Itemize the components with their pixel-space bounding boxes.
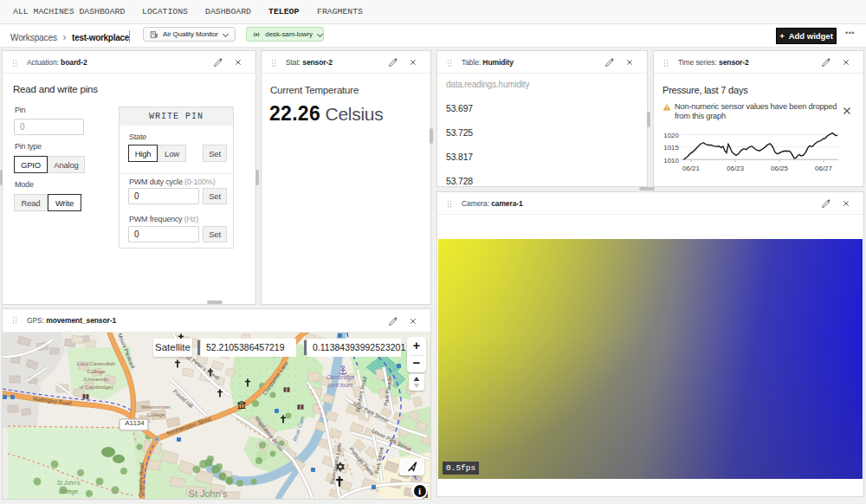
svg-text:of Cambridge): of Cambridge) (79, 384, 113, 390)
svg-text:College: College (147, 411, 166, 417)
svg-text:Lucy Cavendish: Lucy Cavendish (77, 360, 116, 366)
svg-text:College: College (59, 488, 79, 495)
svg-text:St John's: St John's (57, 480, 81, 486)
svg-text:1015: 1015 (663, 144, 679, 152)
svg-text:1020: 1020 (663, 132, 679, 139)
svg-text:06/25: 06/25 (771, 165, 789, 172)
svg-text:St John's: St John's (189, 488, 228, 499)
svg-text:06/23: 06/23 (727, 165, 745, 172)
svg-text:punt tours: punt tours (326, 382, 353, 389)
svg-text:A1134: A1134 (125, 419, 145, 427)
svg-text:Queen's Road: Queen's Road (137, 462, 144, 497)
svg-text:Cambridge: Cambridge (326, 374, 355, 381)
svg-text:1010: 1010 (663, 157, 679, 165)
svg-text:College: College (87, 368, 107, 374)
svg-text:(University: (University (83, 376, 109, 382)
svg-text:Westminster: Westminster (141, 404, 171, 410)
svg-text:06/21: 06/21 (682, 165, 701, 172)
svg-text:06/27: 06/27 (815, 165, 833, 172)
